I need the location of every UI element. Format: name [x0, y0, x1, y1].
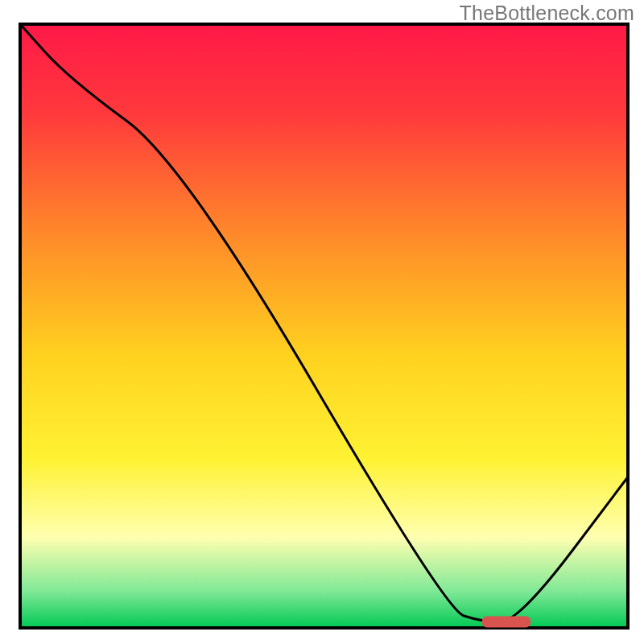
plot-background	[20, 24, 628, 628]
sweet-spot-marker	[482, 617, 530, 628]
watermark-label: TheBottleneck.com	[460, 2, 634, 25]
bottleneck-chart	[0, 0, 644, 644]
chart-frame: TheBottleneck.com	[0, 0, 644, 644]
